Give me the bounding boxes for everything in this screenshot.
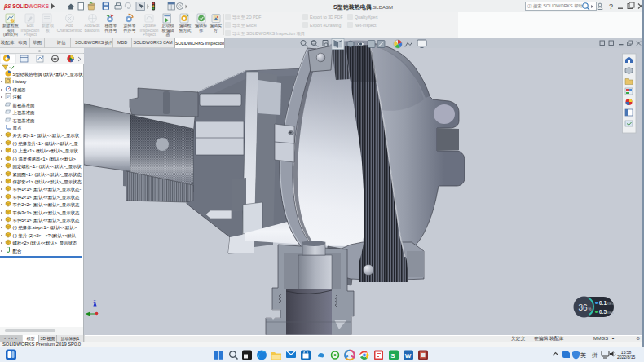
svg-text:英: 英	[580, 351, 586, 358]
svg-text:%: %	[589, 307, 592, 311]
svg-text:W: W	[405, 352, 412, 360]
svg-text:?: ?	[609, 2, 613, 11]
svg-text:KB/s: KB/s	[607, 311, 614, 315]
svg-text:Z: Z	[94, 300, 96, 304]
svg-text:KB/s: KB/s	[607, 302, 614, 306]
svg-text:36: 36	[578, 303, 588, 312]
svg-text:拼: 拼	[592, 351, 598, 357]
svg-text:0.5: 0.5	[599, 309, 607, 315]
svg-text:S: S	[390, 352, 395, 360]
svg-text:0.1: 0.1	[599, 300, 607, 306]
